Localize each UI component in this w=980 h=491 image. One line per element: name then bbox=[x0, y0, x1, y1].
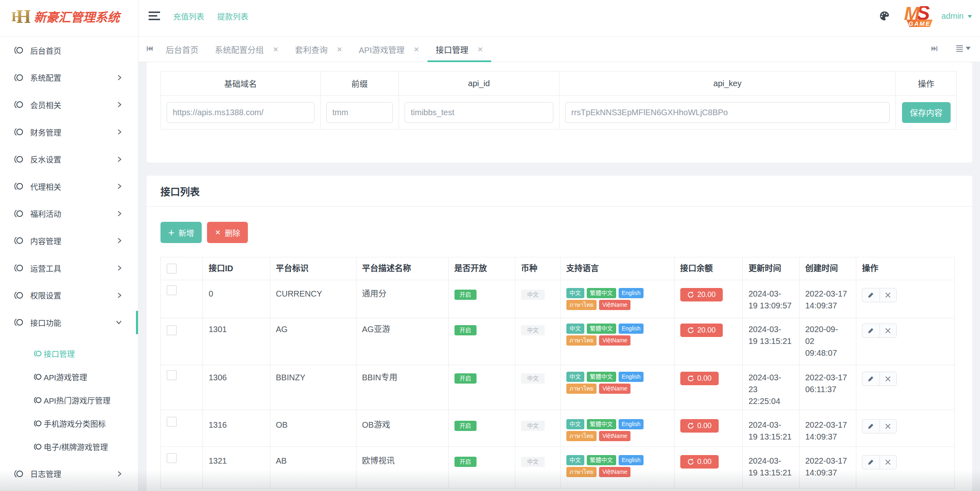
svg-text:GAME: GAME bbox=[909, 20, 931, 27]
svg-text:H: H bbox=[16, 7, 30, 27]
